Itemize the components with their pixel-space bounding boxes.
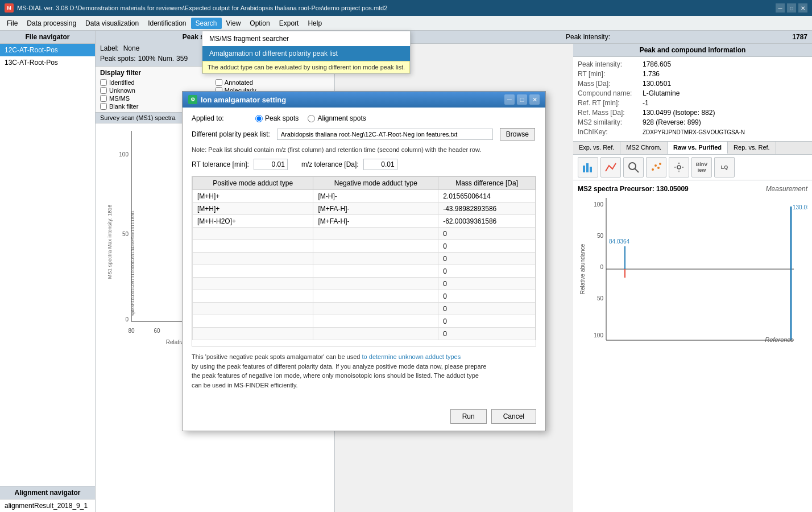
scatter-icon xyxy=(650,161,662,174)
dialog-close-btn[interactable]: ✕ xyxy=(529,94,540,105)
menu-option[interactable]: Option xyxy=(245,18,274,29)
file-nav-item-13c[interactable]: 13C-AT-Root-Pos xyxy=(0,56,95,69)
info-row-ref-rt: Ref. RT [min]: -1 xyxy=(578,99,807,107)
table-cell-mass: -62.00039361586 xyxy=(438,215,536,228)
tab-exp-ref[interactable]: Exp. vs. Ref. xyxy=(573,142,620,154)
menu-export[interactable]: Export xyxy=(275,18,304,29)
table-row[interactable]: [M+H]+[M+FA-H]--43.98982893586 xyxy=(193,203,536,215)
browse-button[interactable]: Browse xyxy=(500,128,535,141)
filter-msms[interactable] xyxy=(100,95,107,102)
table-cell-neg xyxy=(313,253,438,265)
tab-ms2-chrom[interactable]: MS2 Chrom. xyxy=(620,142,668,154)
table-row[interactable]: 0 xyxy=(193,278,536,290)
chart-btn-2[interactable] xyxy=(600,157,621,177)
info-row-compound: Compound name: L-Glutamine xyxy=(578,89,807,97)
table-cell-mass: 0 xyxy=(438,290,536,303)
table-row[interactable]: 0 xyxy=(193,315,536,328)
radio-alignment-spots-input[interactable] xyxy=(308,115,315,122)
menu-data-visualization[interactable]: Data visualization xyxy=(81,18,143,29)
table-row[interactable]: [M+H]+[M-H]-2.01565006414 xyxy=(193,190,536,203)
svg-text:100: 100 xyxy=(119,151,129,158)
search-tooltip: The adduct type can be evaluated by usin… xyxy=(202,61,410,73)
dialog-minimize-btn[interactable]: ─ xyxy=(504,94,515,105)
filter-blank[interactable] xyxy=(100,103,107,110)
table-row[interactable]: 0 xyxy=(193,265,536,278)
svg-text:MS1 spectra Max intensity: 181: MS1 spectra Max intensity: 1816 xyxy=(107,205,113,279)
ms2-title: MS2 spectra Precursor: 130.05009 xyxy=(578,185,689,193)
dialog-titlebar: ⚙ Ion amalgamator setting ─ □ ✕ xyxy=(183,92,545,108)
filter-unknown[interactable] xyxy=(100,87,107,94)
rt-tolerance-field: RT tolerance [min]: xyxy=(192,159,288,170)
close-button[interactable]: ✕ xyxy=(798,3,807,13)
radio-peak-spots-input[interactable] xyxy=(255,115,263,122)
table-cell-pos: [M+H-H2O]+ xyxy=(193,215,313,228)
chart-btn-4[interactable] xyxy=(646,157,666,177)
svg-point-25 xyxy=(677,166,681,169)
svg-text:80: 80 xyxy=(128,328,135,334)
dialog-content: Applied to: Peak spots Alignment spots D… xyxy=(183,108,545,404)
run-button[interactable]: Run xyxy=(450,409,487,424)
menu-file[interactable]: File xyxy=(2,18,22,29)
table-row[interactable]: 0 xyxy=(193,240,536,253)
table-row[interactable]: 0 xyxy=(193,328,536,340)
right-panel: Peak and compound information Peak inten… xyxy=(573,44,812,512)
chart-btn-1[interactable] xyxy=(578,157,598,177)
table-cell-pos xyxy=(193,253,313,265)
menu-identification[interactable]: Identification xyxy=(143,18,190,29)
chart-btn-3[interactable] xyxy=(623,157,644,177)
filter-identified[interactable] xyxy=(100,79,107,86)
label-ms2-sim: MS2 similarity: xyxy=(578,118,640,126)
mz-tolerance-input[interactable] xyxy=(363,159,397,170)
chart-btn-5[interactable] xyxy=(669,157,689,177)
label-ref-mass: Ref. Mass [Da]: xyxy=(578,109,640,117)
svg-text:50: 50 xyxy=(597,233,604,239)
adduct-table-container[interactable]: Positive mode adduct type Negative mode … xyxy=(192,176,536,346)
table-cell-neg xyxy=(313,315,438,328)
svg-text:84.0364: 84.0364 xyxy=(609,238,630,245)
table-row[interactable]: 0 xyxy=(193,253,536,265)
chart-btn-lq[interactable]: LQ xyxy=(714,157,735,177)
table-cell-mass: 0 xyxy=(438,328,536,340)
maximize-button[interactable]: □ xyxy=(787,3,796,13)
window-title: MS-DIAL ver. 3.08 D:\Demonstration mater… xyxy=(17,5,387,11)
table-row[interactable]: 0 xyxy=(193,290,536,303)
table-row[interactable]: 0 xyxy=(193,228,536,240)
table-cell-neg xyxy=(313,290,438,303)
value-rt: 1.736 xyxy=(643,70,660,78)
alignment-result-item[interactable]: alignmentResult_2018_9_1 xyxy=(0,499,95,512)
info-row-ref-mass: Ref. Mass [Da]: 130.0499 (Isotope: 882) xyxy=(578,109,807,117)
tab-raw-purified[interactable]: Raw vs. Purified xyxy=(668,142,728,154)
tab-rep-ref[interactable]: Rep. vs. Ref. xyxy=(728,142,776,154)
table-cell-pos xyxy=(193,315,313,328)
filter-msms-label: MS/MS xyxy=(109,95,130,102)
menu-view[interactable]: View xyxy=(222,18,246,29)
radio-group: Peak spots Alignment spots xyxy=(255,114,366,122)
minimize-button[interactable]: ─ xyxy=(776,3,785,13)
file-navigator-header: File navigator xyxy=(0,31,95,44)
menu-help[interactable]: Help xyxy=(303,18,326,29)
info-row-ms2-sim: MS2 similarity: 928 (Reverse: 899) xyxy=(578,118,807,126)
value-ms2-sim: 928 (Reverse: 899) xyxy=(643,118,701,126)
table-cell-neg: [M+FA-H]- xyxy=(313,215,438,228)
search-item-amalgamation[interactable]: Amalgamation of different polarity peak … xyxy=(202,46,410,61)
svg-text:0: 0 xyxy=(600,264,603,270)
search-item-msms[interactable]: MS/MS fragment searcher xyxy=(202,31,410,46)
table-row[interactable]: [M+H-H2O]+[M+FA-H]--62.00039361586 xyxy=(193,215,536,228)
table-cell-pos xyxy=(193,328,313,340)
ion-amalgamator-dialog: ⚙ Ion amalgamator setting ─ □ ✕ Applied … xyxy=(182,91,546,431)
file-nav-item-12c[interactable]: 12C-AT-Root-Pos xyxy=(0,44,95,56)
radio-peak-spots[interactable]: Peak spots xyxy=(255,114,299,122)
cancel-button[interactable]: Cancel xyxy=(491,409,536,424)
menu-search[interactable]: Search xyxy=(191,18,222,29)
menu-data-processing[interactable]: Data processing xyxy=(22,18,81,29)
file-input[interactable] xyxy=(277,129,493,140)
value-compound: L-Glutamine xyxy=(643,89,680,97)
rt-tolerance-input[interactable] xyxy=(254,159,288,170)
table-row[interactable]: 0 xyxy=(193,303,536,315)
filter-annotated[interactable] xyxy=(216,79,222,86)
compound-info: Peak intensity: 1786.605 RT [min]: 1.736… xyxy=(573,57,812,142)
radio-alignment-spots[interactable]: Alignment spots xyxy=(308,114,366,122)
label-prefix: Label: xyxy=(100,44,119,52)
chart-btn-binview[interactable]: BinView xyxy=(691,157,712,177)
dialog-maximize-btn[interactable]: □ xyxy=(517,94,527,105)
